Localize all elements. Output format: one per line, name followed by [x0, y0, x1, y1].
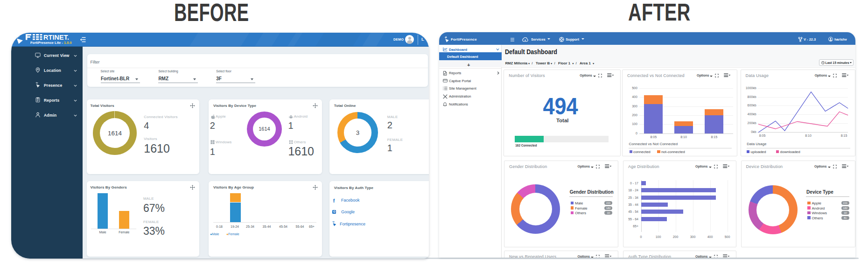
- svg-text:RTINET.: RTINET.: [43, 34, 69, 40]
